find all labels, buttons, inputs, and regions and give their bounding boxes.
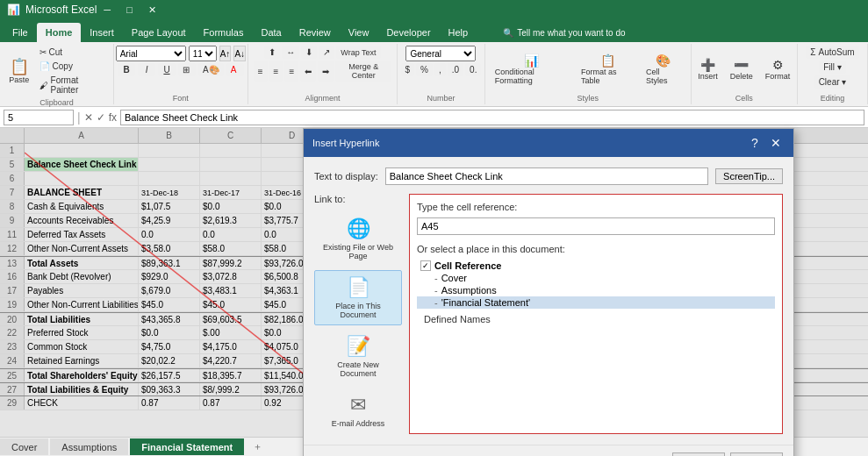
number-format-select[interactable]: General bbox=[405, 46, 476, 61]
comma-button[interactable]: , bbox=[434, 63, 446, 76]
clear-button[interactable]: Clear ▾ bbox=[814, 75, 851, 89]
insert-function-icon[interactable]: fx bbox=[109, 111, 117, 124]
align-right-button[interactable]: ≡ bbox=[284, 61, 298, 82]
tab-page-layout[interactable]: Page Layout bbox=[123, 23, 195, 42]
dialog-titlebar: Insert Hyperlink ? ✕ bbox=[304, 129, 793, 157]
align-top-button[interactable]: ⬆ bbox=[264, 46, 280, 59]
tab-data[interactable]: Data bbox=[252, 23, 290, 42]
increase-decimal-button[interactable]: .0 bbox=[448, 63, 463, 76]
styles-label[interactable]: Styles bbox=[577, 94, 599, 103]
orientation-button[interactable]: ↗ bbox=[319, 46, 334, 59]
text-display-value[interactable]: Balance Sheet Check Link bbox=[385, 167, 708, 185]
paste-button[interactable]: 📋 Paste bbox=[5, 56, 33, 87]
sheet-tab-cover[interactable]: Cover bbox=[0, 438, 48, 455]
fill-button[interactable]: Fill ▾ bbox=[819, 61, 846, 74]
text-display-label: Text to display: bbox=[314, 171, 378, 182]
decrease-decimal-button[interactable]: 0. bbox=[465, 63, 481, 76]
fill-color-button[interactable]: A🎨 bbox=[198, 63, 224, 76]
font-label[interactable]: Font bbox=[173, 94, 189, 103]
insert-button[interactable]: ➕ Insert bbox=[693, 55, 722, 83]
font-name-select[interactable]: Arial bbox=[116, 46, 186, 61]
tab-help[interactable]: Help bbox=[440, 23, 477, 42]
existing-file-icon: 🌐 bbox=[347, 217, 370, 240]
align-left-button[interactable]: ≡ bbox=[254, 61, 268, 82]
format-label: Format bbox=[765, 72, 791, 81]
font-shrink-button[interactable]: A↓ bbox=[233, 46, 246, 61]
dialog-close-button[interactable]: ✕ bbox=[767, 134, 785, 152]
merge-center-button[interactable]: Merge & Center bbox=[335, 61, 391, 82]
tree-checkbox[interactable]: ✓ bbox=[420, 260, 431, 271]
confirm-formula-icon[interactable]: ✓ bbox=[97, 111, 105, 124]
screen-tip-button[interactable]: ScreenTip... bbox=[715, 168, 783, 184]
font-size-select[interactable]: 11 bbox=[189, 46, 217, 61]
number-label[interactable]: Number bbox=[427, 94, 455, 103]
increase-indent-button[interactable]: ➡ bbox=[318, 61, 334, 82]
wrap-text-button[interactable]: Wrap Text bbox=[336, 46, 380, 59]
formula-input[interactable] bbox=[120, 110, 864, 125]
sheet-tab-financial-statement[interactable]: Financial Statement bbox=[130, 438, 244, 455]
create-new-document-item[interactable]: 📝 Create New Document bbox=[314, 329, 402, 384]
tab-file[interactable]: File bbox=[4, 23, 37, 42]
percent-button[interactable]: % bbox=[416, 63, 433, 76]
conditional-formatting-button[interactable]: 📊 Conditional Formatting bbox=[491, 51, 573, 88]
tree-expand-cover: - bbox=[434, 273, 438, 283]
copy-button[interactable]: 📄 Copy bbox=[35, 60, 108, 73]
font-grow-button[interactable]: A↑ bbox=[219, 46, 232, 61]
format-painter-icon: 🖌 bbox=[39, 81, 48, 90]
align-center-button[interactable]: ≡ bbox=[269, 61, 283, 82]
delete-button[interactable]: ➖ Delete bbox=[726, 55, 757, 83]
tree-item-financial-statement[interactable]: - 'Financial Statement' bbox=[417, 296, 775, 309]
tree-item-cover[interactable]: - Cover bbox=[417, 272, 775, 284]
format-painter-button[interactable]: 🖌 Format Painter bbox=[35, 74, 108, 96]
cells-label[interactable]: Cells bbox=[735, 94, 753, 103]
tab-review[interactable]: Review bbox=[291, 23, 340, 42]
clipboard-label[interactable]: Clipboard bbox=[39, 98, 74, 107]
cancel-button[interactable]: Cancel bbox=[730, 452, 783, 456]
tab-tell-me[interactable]: 🔍 Tell me what you want to do bbox=[494, 23, 634, 42]
underline-button[interactable]: U bbox=[158, 63, 176, 76]
tree-item-cell-reference[interactable]: ✓ Cell Reference bbox=[417, 260, 775, 272]
currency-button[interactable]: $ bbox=[401, 63, 415, 76]
tree-item-defined-names[interactable]: Defined Names bbox=[417, 312, 775, 326]
name-box[interactable] bbox=[4, 110, 74, 125]
maximize-button[interactable]: □ bbox=[119, 0, 140, 19]
minimize-button[interactable]: ─ bbox=[97, 0, 118, 19]
italic-button[interactable]: I bbox=[138, 63, 155, 76]
ok-button[interactable]: OK bbox=[672, 452, 725, 456]
email-address-icon: ✉ bbox=[350, 394, 366, 417]
cancel-formula-icon[interactable]: ✕ bbox=[84, 111, 93, 124]
email-address-item[interactable]: ✉ E-mail Address bbox=[314, 388, 402, 434]
sheet-tab-assumptions[interactable]: Assumptions bbox=[50, 438, 128, 455]
dialog-body: Text to display: Balance Sheet Check Lin… bbox=[304, 157, 793, 445]
tab-insert[interactable]: Insert bbox=[81, 23, 123, 42]
conditional-formatting-icon: 📊 bbox=[524, 53, 539, 68]
cut-button[interactable]: ✂ Cut bbox=[35, 46, 108, 59]
bold-button[interactable]: B bbox=[118, 63, 135, 76]
tab-view[interactable]: View bbox=[340, 23, 378, 42]
tab-formulas[interactable]: Formulas bbox=[195, 23, 253, 42]
decrease-indent-button[interactable]: ⬅ bbox=[300, 61, 316, 82]
cell-styles-label: Cell Styles bbox=[646, 68, 681, 85]
tree-item-assumptions[interactable]: - Assumptions bbox=[417, 284, 775, 296]
existing-file-item[interactable]: 🌐 Existing File or Web Page bbox=[314, 211, 402, 267]
font-color-button[interactable]: A bbox=[226, 63, 244, 76]
place-in-document-item[interactable]: 📄 Place in This Document bbox=[314, 270, 402, 325]
align-middle-button[interactable]: ↔ bbox=[282, 46, 299, 59]
tab-home[interactable]: Home bbox=[37, 23, 82, 42]
cell-styles-icon: 🎨 bbox=[656, 53, 671, 68]
border-button[interactable]: ⊞ bbox=[178, 63, 196, 76]
alignment-label[interactable]: Alignment bbox=[305, 94, 340, 103]
format-table-button[interactable]: 📋 Format as Table bbox=[577, 51, 638, 88]
cell-styles-button[interactable]: 🎨 Cell Styles bbox=[642, 51, 685, 88]
align-bottom-button[interactable]: ⬇ bbox=[301, 46, 317, 59]
dialog-help-button[interactable]: ? bbox=[746, 134, 764, 152]
cell-ref-input[interactable] bbox=[417, 217, 775, 235]
autosum-button[interactable]: Σ AutoSum bbox=[806, 46, 858, 59]
close-button[interactable]: ✕ bbox=[141, 0, 163, 19]
add-sheet-button[interactable]: ＋ bbox=[246, 438, 269, 456]
format-button[interactable]: ⚙ Format bbox=[761, 55, 795, 83]
copy-icon: 📄 bbox=[39, 61, 50, 71]
tab-developer[interactable]: Developer bbox=[377, 23, 439, 42]
tree-financial-label: 'Financial Statement' bbox=[441, 297, 530, 308]
editing-label[interactable]: Editing bbox=[821, 94, 845, 103]
